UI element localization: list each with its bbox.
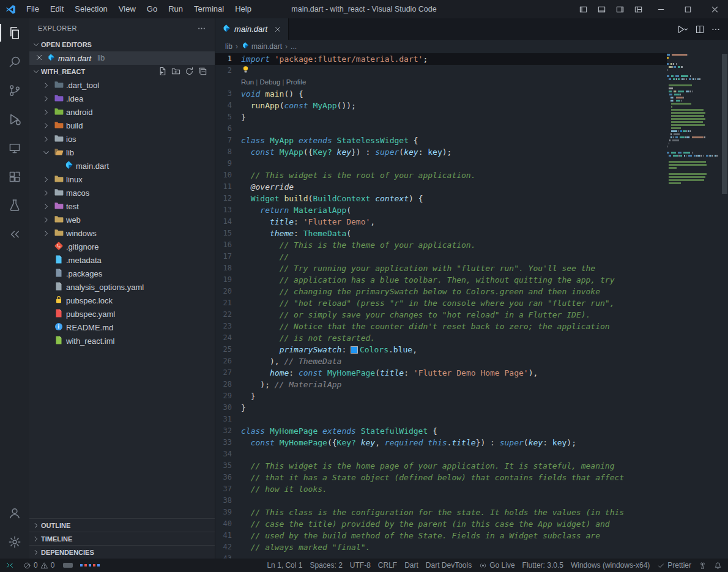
code-line-13[interactable]: 13 return MaterialApp( [215, 204, 667, 216]
code-line-31[interactable]: 31 [215, 414, 667, 425]
code-line-26[interactable]: 26 ), // ThemeData [215, 355, 667, 367]
code-line-18[interactable]: 18 // Try running your application with … [215, 262, 667, 274]
tree-item-pubspec-yaml[interactable]: pubspec.yaml [29, 307, 215, 321]
project-header[interactable]: WITH_REACT [29, 65, 215, 78]
code-line-25[interactable]: 25 primarySwatch: Colors.blue, [215, 344, 667, 355]
codelens-debug[interactable]: Debug [260, 76, 281, 88]
tree-item--dart-tool[interactable]: .dart_tool [29, 78, 215, 92]
activity-explorer-icon[interactable] [0, 18, 29, 47]
toggle-panel-button[interactable] [592, 0, 611, 18]
code-line-43[interactable]: 43 [215, 553, 667, 559]
code-line-32[interactable]: 32class MyHomePage extends StatefulWidge… [215, 425, 667, 437]
code-line-36[interactable]: 36 // that it has a State object (define… [215, 472, 667, 483]
status-platform[interactable]: Windows (windows-x64) [567, 559, 653, 572]
code-area[interactable]: 1import 'package:flutter/material.dart';… [215, 53, 728, 559]
remote-indicator[interactable] [0, 559, 20, 572]
activity-search-icon[interactable] [0, 47, 29, 76]
status-notifications[interactable] [710, 559, 726, 572]
status-go-live[interactable]: Go Live [475, 559, 518, 572]
code-line-1[interactable]: 1import 'package:flutter/material.dart'; [215, 53, 667, 65]
code-line-8[interactable]: 8 const MyApp({Key? key}) : super(key: k… [215, 146, 667, 158]
code-line-7[interactable]: 7class MyApp extends StatelessWidget { [215, 135, 667, 146]
tree-item-web[interactable]: web [29, 213, 215, 226]
status-indentation[interactable]: Spaces: 2 [306, 559, 346, 572]
toggle-primary-sidebar-button[interactable] [574, 0, 592, 18]
tree-item-ios[interactable]: ios [29, 132, 215, 146]
minimap[interactable] [667, 53, 721, 188]
collapse-folders-icon[interactable] [198, 67, 207, 77]
close-button[interactable] [701, 0, 728, 18]
code-line-9[interactable]: 9 [215, 158, 667, 169]
tree-item-readme-md[interactable]: README.md [29, 321, 215, 334]
code-line-33[interactable]: 33 const MyHomePage({Key? key, required … [215, 437, 667, 448]
split-editor-icon[interactable] [695, 24, 705, 34]
activity-references-icon[interactable] [0, 220, 29, 248]
code-line-10[interactable]: 10 // This widget is the root of your ap… [215, 169, 667, 181]
tree-item-macos[interactable]: macos [29, 186, 215, 199]
code-line-2[interactable]: 2 [215, 65, 667, 76]
tree-item-pubspec-lock[interactable]: pubspec.lock [29, 294, 215, 307]
run-icon[interactable] [677, 24, 689, 34]
tab-main-dart[interactable]: main.dart [215, 18, 289, 40]
more-actions-icon[interactable] [197, 24, 206, 33]
code-line-22[interactable]: 22 // or simply save your changes to "ho… [215, 309, 667, 321]
lightbulb-icon[interactable] [241, 65, 250, 77]
maximize-button[interactable] [674, 0, 701, 18]
code-line-42[interactable]: 42 // always marked "final". [215, 541, 667, 553]
customize-layout-button[interactable] [629, 0, 647, 18]
activity-settings-icon[interactable] [0, 527, 29, 556]
refresh-explorer-icon[interactable] [185, 67, 194, 77]
open-editors-header[interactable]: OPEN EDITORS [29, 38, 215, 51]
status-radio-tower[interactable] [695, 559, 710, 572]
tree-item-with-react-iml[interactable]: with_react.iml [29, 334, 215, 347]
menu-selection[interactable]: Selection [69, 0, 113, 18]
close-tab-icon[interactable] [273, 25, 282, 34]
code-line-4[interactable]: 4 runApp(const MyApp()); [215, 100, 667, 111]
section-timeline[interactable]: TIMELINE [29, 532, 215, 545]
codelens-profile[interactable]: Profile [286, 76, 306, 88]
code-line-29[interactable]: 29 } [215, 390, 667, 402]
code-line-15[interactable]: 15 theme: ThemeData( [215, 228, 667, 239]
menu-help[interactable]: Help [229, 0, 257, 18]
tree-item-test[interactable]: test [29, 199, 215, 213]
section-dependencies[interactable]: DEPENDENCIES [29, 545, 215, 559]
tree-item--idea[interactable]: .idea [29, 92, 215, 105]
tree-item-android[interactable]: android [29, 105, 215, 119]
code-line-38[interactable]: 38 [215, 495, 667, 507]
status-dart-devtools[interactable]: Dart DevTools [422, 559, 475, 572]
code-line-37[interactable]: 37 // how it looks. [215, 483, 667, 495]
menu-run[interactable]: Run [163, 0, 188, 18]
menu-edit[interactable]: Edit [45, 0, 69, 18]
code-line-5[interactable]: 5} [215, 111, 667, 123]
status-prettier[interactable]: Prettier [653, 559, 695, 572]
toggle-secondary-sidebar-button[interactable] [611, 0, 629, 18]
tree-item-linux[interactable]: linux [29, 173, 215, 186]
codelens-run[interactable]: Run [241, 76, 254, 88]
more-actions-icon[interactable] [711, 24, 721, 34]
code-line-28[interactable]: 28 ); // MaterialApp [215, 379, 667, 390]
activity-remote-explorer-icon[interactable] [0, 133, 29, 162]
new-file-icon[interactable] [158, 67, 167, 77]
code-line-11[interactable]: 11 @override [215, 181, 667, 193]
status-eol[interactable]: CRLF [374, 559, 401, 572]
activity-testing-icon[interactable] [0, 191, 29, 220]
code-line-17[interactable]: 17 // [215, 251, 667, 262]
activity-run-and-debug-icon[interactable] [0, 105, 29, 133]
tree-item--gitignore[interactable]: .gitignore [29, 240, 215, 253]
new-folder-icon[interactable] [171, 67, 180, 77]
tree-item-main-dart[interactable]: main.dart [29, 159, 215, 173]
scrollbar[interactable] [721, 53, 728, 559]
code-line-19[interactable]: 19 // application has a blue toolbar. Th… [215, 274, 667, 286]
breadcrumb-main-dart[interactable]: main.dart [241, 42, 282, 51]
codelens-row[interactable]: Run | Debug | Profile [215, 76, 667, 88]
tree-item-build[interactable]: build [29, 119, 215, 132]
code-line-27[interactable]: 27 home: const MyHomePage(title: 'Flutte… [215, 367, 667, 379]
breadcrumb-more[interactable]: ... [291, 42, 297, 51]
code-line-39[interactable]: 39 // This class is the configuration fo… [215, 507, 667, 518]
code-line-41[interactable]: 41 // used by the build method of the St… [215, 530, 667, 541]
tree-item--packages[interactable]: .packages [29, 267, 215, 280]
code-line-35[interactable]: 35 // This widget is the home page of yo… [215, 460, 667, 472]
scrollbar-thumb[interactable] [722, 54, 727, 194]
code-line-14[interactable]: 14 title: 'Flutter Demo', [215, 216, 667, 228]
tree-item-lib[interactable]: lib [29, 146, 215, 159]
